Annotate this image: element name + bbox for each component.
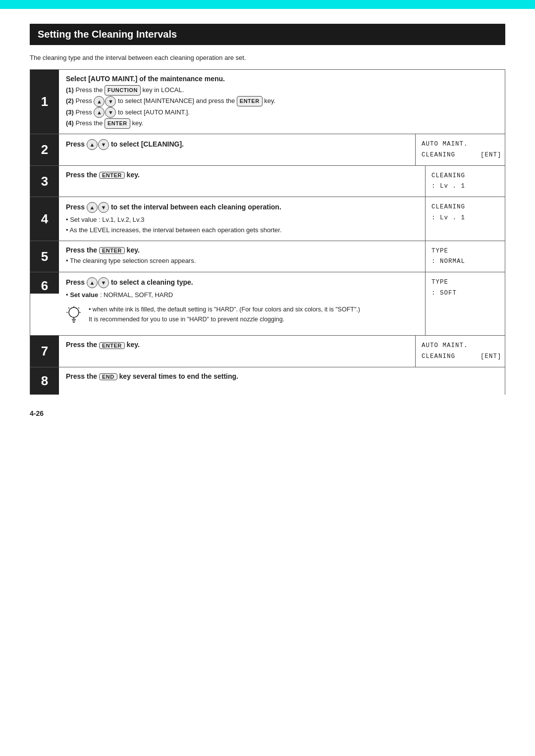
step-8-title: Press the END key several times to end t… xyxy=(66,372,498,380)
enter-key-3: ENTER xyxy=(99,172,125,179)
step-2-title: Press ▲▼ to select [CLEANING]. xyxy=(66,139,408,150)
step-2-content: Press ▲▼ to select [CLEANING]. xyxy=(59,134,416,165)
step-1-sub1: (1) Press the FUNCTION key in LOCAL. xyxy=(66,85,498,96)
step-3-row: 3 Press the ENTER key. CLEANING: Lv . 1 xyxy=(30,165,505,197)
step-1-row: 1 Select [AUTO MAINT.] of the maintenanc… xyxy=(30,69,505,134)
step-6-number: 6 xyxy=(30,272,59,294)
step-4-title: Press ▲▼ to set the interval between eac… xyxy=(66,202,418,213)
enter-key-7: ENTER xyxy=(99,342,125,349)
svg-point-0 xyxy=(69,307,79,317)
step-6-content: Press ▲▼ to select a cleaning type. Set … xyxy=(59,272,426,335)
step-6-display: TYPE: SOFT xyxy=(426,272,505,303)
arrow-up-icon-2: ▲ xyxy=(94,107,105,118)
step-3-title: Press the ENTER key. xyxy=(66,171,418,179)
step-7-number: 7 xyxy=(30,336,59,367)
step-4-bullet2: As the LEVEL increases, the interval bet… xyxy=(66,225,418,236)
arrow-up-icon-4: ▲ xyxy=(87,202,98,213)
step-1-sub3: (3) Press ▲▼ to select [AUTO MAINT.]. xyxy=(66,107,498,118)
arrow-up-down-2: ▲▼ xyxy=(94,107,116,118)
arrow-up-down-4: ▲▼ xyxy=(87,202,109,213)
step-8-content: Press the END key several times to end t… xyxy=(59,367,505,395)
page-number: 4-26 xyxy=(30,409,505,417)
step-5-title: Press the ENTER key. xyxy=(66,246,418,254)
svg-line-9 xyxy=(78,307,79,308)
step-4-bullet1: Set value : Lv.1, Lv.2, Lv.3 xyxy=(66,215,418,225)
function-key: FUNCTION xyxy=(105,85,141,96)
step-6-body: Set value : NORMAL, SOFT, HARD xyxy=(66,290,418,330)
step-3-content: Press the ENTER key. xyxy=(59,166,426,197)
step-3-display: CLEANING: Lv . 1 xyxy=(426,166,505,197)
step-1-title: Select [AUTO MAINT.] of the maintenance … xyxy=(66,75,498,83)
step-6-note-text: • when white ink is filled, the default … xyxy=(89,304,360,324)
enter-key-5: ENTER xyxy=(99,247,125,254)
step-1-sub2: (2) Press ▲▼ to select [MAINTENANCE] and… xyxy=(66,96,498,107)
arrow-up-down-3: ▲▼ xyxy=(87,139,109,150)
top-bar xyxy=(0,0,535,9)
svg-line-6 xyxy=(68,307,69,308)
lightbulb-icon xyxy=(66,305,82,330)
page-container: Setting the Cleaning Intervals The clean… xyxy=(0,9,535,447)
enter-key-1: ENTER xyxy=(237,96,263,106)
step-4-content: Press ▲▼ to set the interval between eac… xyxy=(59,197,426,241)
step-2-display: AUTO MAINT.CLEANING [ENT] xyxy=(416,134,505,165)
step-5-bullet1: The cleaning type selection screen appea… xyxy=(66,256,418,266)
arrow-down-icon: ▼ xyxy=(105,96,116,107)
step-6-bullet1: Set value : NORMAL, SOFT, HARD xyxy=(66,290,418,301)
step-5-content: Press the ENTER key. The cleaning type s… xyxy=(59,241,426,272)
end-key: END xyxy=(99,373,117,380)
step-6-row: 6 Press ▲▼ to select a cleaning type. Se… xyxy=(30,272,505,335)
step-5-number: 5 xyxy=(30,241,59,272)
step-5-display: TYPE: NORMAL xyxy=(426,241,505,272)
step-8-row: 8 Press the END key several times to end… xyxy=(30,367,505,395)
arrow-up-icon-3: ▲ xyxy=(87,139,98,150)
step-4-body: Set value : Lv.1, Lv.2, Lv.3 As the LEVE… xyxy=(66,215,418,236)
enter-key-2: ENTER xyxy=(105,118,130,129)
step-7-content: Press the ENTER key. xyxy=(59,336,416,367)
arrow-down-icon-2: ▼ xyxy=(105,107,116,118)
step-3-number: 3 xyxy=(30,166,59,197)
step-2-number: 2 xyxy=(30,134,59,165)
step-4-number: 4 xyxy=(30,197,59,241)
arrow-down-icon-3: ▼ xyxy=(98,139,109,150)
arrow-up-icon: ▲ xyxy=(94,96,105,107)
step-6-title: Press ▲▼ to select a cleaning type. xyxy=(66,277,418,288)
step-1-substeps: (1) Press the FUNCTION key in LOCAL. (2)… xyxy=(66,85,498,129)
step-2-row: 2 Press ▲▼ to select [CLEANING]. AUTO MA… xyxy=(30,134,505,165)
arrow-up-down-1: ▲▼ xyxy=(94,96,116,107)
intro-text: The cleaning type and the interval betwe… xyxy=(30,54,505,61)
step-7-display: AUTO MAINT.CLEANING [ENT] xyxy=(416,336,505,367)
step-5-body: The cleaning type selection screen appea… xyxy=(66,256,418,266)
step-7-title: Press the ENTER key. xyxy=(66,341,408,349)
arrow-down-icon-6: ▼ xyxy=(98,277,109,288)
step-7-row: 7 Press the ENTER key. AUTO MAINT.CLEANI… xyxy=(30,335,505,367)
step-1-sub4: (4) Press the ENTER key. xyxy=(66,118,498,129)
step-4-row: 4 Press ▲▼ to set the interval between e… xyxy=(30,197,505,241)
arrow-up-icon-6: ▲ xyxy=(87,277,98,288)
arrow-down-icon-4: ▼ xyxy=(98,202,109,213)
step-1-content: Select [AUTO MAINT.] of the maintenance … xyxy=(59,70,505,134)
page-title: Setting the Cleaning Intervals xyxy=(30,24,505,45)
arrow-up-down-6: ▲▼ xyxy=(87,277,109,288)
step-5-row: 5 Press the ENTER key. The cleaning type… xyxy=(30,241,505,272)
step-4-display: CLEANING: Lv . 1 xyxy=(426,197,505,241)
step-1-number: 1 xyxy=(30,70,59,134)
step-6-note: • when white ink is filled, the default … xyxy=(66,304,418,330)
step-8-number: 8 xyxy=(30,367,59,395)
